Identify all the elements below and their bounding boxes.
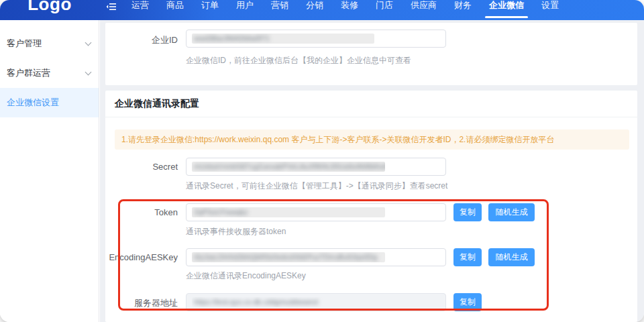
section-divider [105, 117, 637, 117]
contact-config-card: 企业微信通讯录配置 1.请先登录企业微信:https://work.weixin… [105, 91, 637, 322]
redacted-value: 2qPSsUYwwqkz [192, 207, 385, 217]
redacted-value: t3y1taLDHXd2bhQbR9z0edcdXbEPuzTDrruBu53q… [192, 252, 385, 262]
logo[interactable]: Logo [0, 0, 99, 20]
corp-id-help: 企业微信ID，前往企业微信后台【我的企业】企业信息中可查看 [186, 55, 411, 66]
nav-item-fenxiao[interactable]: 分销 [297, 0, 332, 13]
nav-item-gongyingshang[interactable]: 供应商 [402, 0, 445, 13]
sidebar-item-wecom-settings-active[interactable]: 企业微信设置 [0, 88, 99, 117]
warning-notice: 1.请先登录企业微信:https://work.weixin.qq.com 客户… [115, 129, 629, 150]
secret-input[interactable]: mUxbaVnmbS87cgZuexabPVeLAuXfW4c30Ua9uWd6… [186, 158, 446, 176]
encoding-aes-key-input[interactable]: t3y1taLDHXd2bhQbR9z0edcdXbEPuzTDrruBu53q… [186, 248, 446, 266]
redacted-value: mUxbaVnmbS87cgZuexabPVeLAuXfW4c30Ua9uWd6… [192, 162, 385, 172]
server-url-label: 服务器地址 [105, 297, 178, 309]
server-url-input: https://test.qys.cs-dk.cddgmuddwwext [186, 293, 446, 311]
corp-id-card: 企业ID wwd38ac9fd42b6a0f71 企业微信ID，前往企业微信后台… [105, 23, 637, 85]
nav-item-dingdan[interactable]: 订单 [193, 0, 227, 13]
sidebar-item-label: 企业微信设置 [7, 97, 59, 109]
nav-item-zhuangxiu[interactable]: 装修 [332, 0, 367, 13]
sidebar-item-label: 客户群运营 [7, 67, 50, 79]
nav-item-shezhi[interactable]: 设置 [533, 0, 568, 13]
logo-text: Logo [28, 0, 72, 14]
token-copy-button[interactable]: 复制 [453, 203, 482, 221]
top-navigation-bar: Logo 运营 商品 订单 用户 营销 分销 装修 门店 供应商 财务 企业微信… [0, 0, 644, 20]
encoding-aes-key-help: 企业微信通讯录EncodingAESKey [186, 270, 306, 282]
token-input[interactable]: 2qPSsUYwwqkz [186, 203, 446, 221]
chevron-down-icon [85, 68, 92, 75]
sidebar-item-customer-group-ops[interactable]: 客户群运营 [0, 58, 99, 88]
token-random-generate-button[interactable]: 随机生成 [488, 203, 535, 221]
nav-item-shangpin[interactable]: 商品 [158, 0, 193, 13]
corp-id-input[interactable]: wwd38ac9fd42b6a0f71 [186, 30, 446, 48]
main-content: 企业ID wwd38ac9fd42b6a0f71 企业微信ID，前往企业微信后台… [100, 20, 644, 322]
server-url-copy-button[interactable]: 复制 [453, 293, 482, 311]
nav-item-yonghu[interactable]: 用户 [227, 0, 262, 13]
nav-item-yunying[interactable]: 运营 [123, 0, 158, 13]
top-menu: 运营 商品 订单 用户 营销 分销 装修 门店 供应商 财务 企业微信 设置 [99, 0, 644, 20]
corp-id-label: 企业ID [105, 34, 178, 46]
app-window: Logo 运营 商品 订单 用户 营销 分销 装修 门店 供应商 财务 企业微信… [0, 0, 644, 322]
token-label: Token [105, 207, 178, 217]
nav-item-caiwu[interactable]: 财务 [445, 0, 480, 13]
sidebar-item-label: 客户管理 [7, 38, 42, 50]
token-help: 通讯录事件接收服务器token [186, 226, 286, 237]
nav-item-mendian[interactable]: 门店 [367, 0, 402, 13]
nav-item-yingxiao[interactable]: 营销 [262, 0, 297, 13]
sidebar-item-customer-management[interactable]: 客户管理 [0, 29, 99, 58]
chevron-down-icon [85, 39, 92, 46]
encoding-aes-key-label: EncodingAESKey [105, 252, 178, 262]
aeskey-random-generate-button[interactable]: 随机生成 [488, 248, 535, 266]
section-title: 企业微信通讯录配置 [115, 98, 199, 110]
sidebar: 客户管理 客户群运营 企业微信设置 [0, 20, 99, 322]
redacted-value: https://test.qys.cs-dk.cddgmuddwwext [192, 297, 374, 307]
secret-help: 通讯录Secret，可前往企业微信【管理工具】->【通讯录同步】查看secret [186, 180, 447, 192]
redacted-value: wwd38ac9fd42b6a0f71 [192, 34, 374, 44]
aeskey-copy-button[interactable]: 复制 [453, 248, 482, 266]
secret-label: Secret [105, 162, 178, 172]
nav-item-qiyeweixin-active[interactable]: 企业微信 [480, 0, 533, 13]
collapse-menu-icon[interactable] [106, 1, 117, 12]
